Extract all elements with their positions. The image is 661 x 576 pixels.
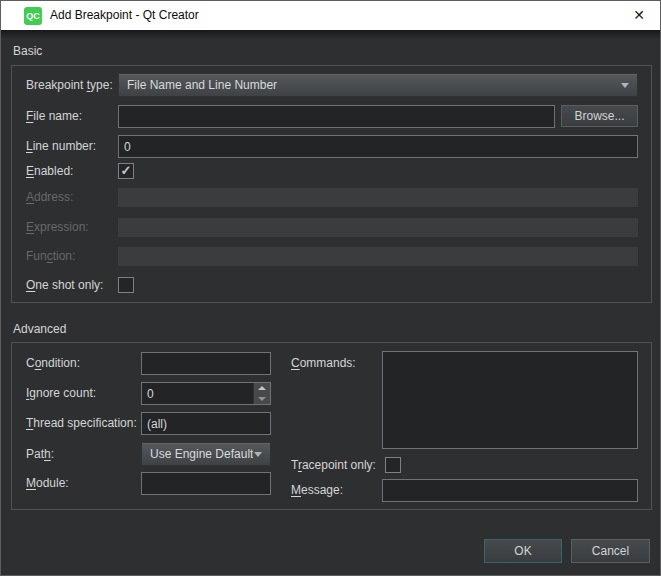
path-label: Path: [26,442,54,466]
spin-up-icon [258,386,266,390]
path-select[interactable]: Use Engine Default [141,442,271,466]
one-shot-only-label: One shot only: [26,277,103,293]
spin-up-button[interactable] [254,383,270,394]
ignore-count-input[interactable] [141,382,271,405]
ignore-count-spin-buttons [253,383,270,404]
basic-groupbox [11,65,652,303]
titlebar: QC Add Breakpoint - Qt Creator ✕ [1,1,660,30]
address-input [118,188,638,207]
breakpoint-type-value: File Name and Line Number [127,78,277,92]
close-icon[interactable]: ✕ [627,1,651,30]
commands-textarea[interactable] [382,351,638,449]
qt-creator-app-icon: QC [24,7,42,25]
condition-label: Condition: [26,352,80,375]
window-title: Add Breakpoint - Qt Creator [50,1,199,30]
expression-label: Expression: [26,218,89,237]
add-breakpoint-dialog: QC Add Breakpoint - Qt Creator ✕ Basic B… [0,0,661,576]
function-input [118,247,638,266]
chevron-down-icon [254,452,262,457]
condition-input[interactable] [141,352,271,375]
spin-down-icon [258,397,266,401]
file-name-input[interactable] [118,105,555,128]
enabled-checkbox[interactable]: ✓ [118,163,134,179]
thread-specification-label: Thread specification: [26,412,137,435]
tracepoint-only-checkbox[interactable]: ✓ [385,457,401,473]
spin-down-button[interactable] [254,394,270,405]
thread-specification-input[interactable] [141,412,271,435]
commands-label: Commands: [291,352,356,375]
module-input[interactable] [141,472,271,495]
chevron-down-icon [621,83,629,88]
message-label: Message: [291,479,343,502]
cancel-button[interactable]: Cancel [571,539,650,563]
titlebar-shadow [1,30,660,39]
expression-input [118,218,638,237]
one-shot-only-checkbox[interactable]: ✓ [118,277,134,293]
message-input[interactable] [382,479,638,502]
basic-section-label: Basic [13,44,42,58]
enabled-label: Enabled: [26,163,73,179]
ignore-count-stepper[interactable] [141,382,271,405]
module-label: Module: [26,472,69,495]
path-value: Use Engine Default [150,447,253,461]
breakpoint-type-label: Breakpoint type: [26,73,113,97]
tracepoint-only-label: Tracepoint only: [291,457,376,473]
line-number-input[interactable] [118,135,638,158]
ok-button[interactable]: OK [484,539,562,563]
browse-button[interactable]: Browse... [561,105,638,127]
file-name-label: File name: [26,105,82,128]
address-label: Address: [26,188,73,207]
function-label: Function: [26,247,75,266]
line-number-label: Line number: [26,135,96,158]
checkmark-icon: ✓ [121,164,132,177]
ignore-count-label: Ignore count: [26,382,96,405]
advanced-section-label: Advanced [13,322,66,336]
breakpoint-type-select[interactable]: File Name and Line Number [118,73,638,97]
